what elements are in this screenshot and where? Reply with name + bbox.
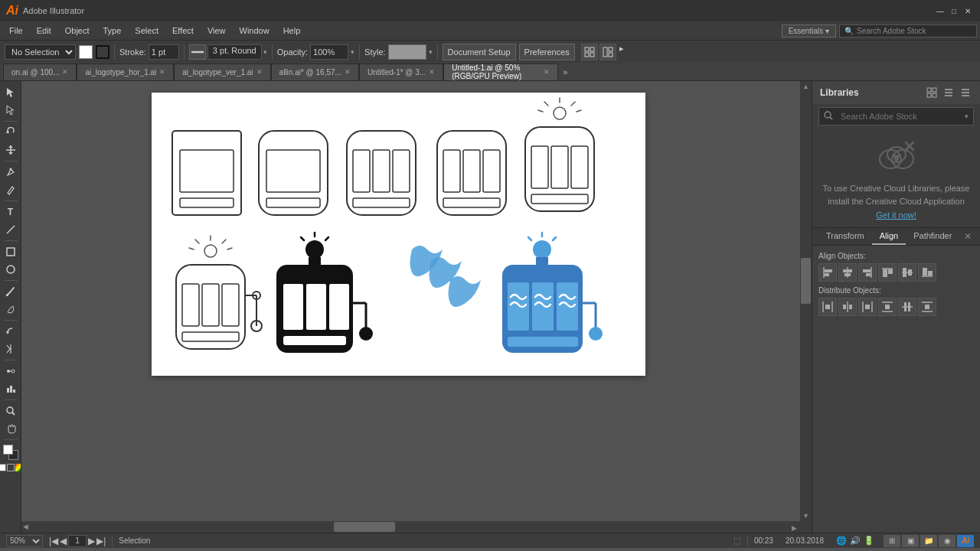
- taskbar-windows[interactable]: ⊞: [884, 535, 900, 547]
- spectrum-icon[interactable]: [15, 464, 22, 471]
- essentials-dropdown[interactable]: Essentials ▾: [782, 24, 836, 37]
- close-button[interactable]: ✕: [962, 5, 974, 17]
- menu-select[interactable]: Select: [129, 24, 165, 37]
- color-fill-icon[interactable]: [0, 464, 6, 471]
- panel-arrow-icon[interactable]: ▸: [618, 44, 626, 60]
- type-tool[interactable]: T: [2, 204, 19, 220]
- horizontal-scroll-thumb[interactable]: [334, 522, 395, 532]
- minimize-button[interactable]: —: [934, 5, 946, 17]
- pen-tool[interactable]: [2, 164, 19, 181]
- distribute-right-button[interactable]: [858, 298, 877, 316]
- pencil-tool[interactable]: [2, 181, 19, 198]
- libraries-menu-icon[interactable]: [959, 86, 972, 99]
- selection-tool[interactable]: [2, 84, 19, 101]
- page-next-button[interactable]: ▶: [88, 536, 95, 546]
- tab-overflow-button[interactable]: »: [558, 66, 572, 78]
- menu-type[interactable]: Type: [97, 24, 128, 37]
- distribute-bottom-button[interactable]: [918, 298, 936, 316]
- ellipse-tool[interactable]: [2, 261, 19, 278]
- lib-search-input[interactable]: [836, 109, 962, 123]
- document-setup-button[interactable]: Document Setup: [443, 44, 516, 60]
- menu-effect[interactable]: Effect: [166, 24, 200, 37]
- scroll-left-arrow[interactable]: ◀: [21, 521, 30, 532]
- tab-on-ai[interactable]: on.ai @ 100... ✕: [3, 64, 77, 80]
- list-view-icon[interactable]: [942, 86, 956, 99]
- scroll-right-arrow[interactable]: ▶: [789, 521, 800, 533]
- distribute-center-h-button[interactable]: [838, 298, 857, 316]
- tab-close-icon[interactable]: ✕: [544, 68, 550, 76]
- tab-close-icon[interactable]: ✕: [345, 68, 351, 76]
- panel-close-icon[interactable]: ✕: [959, 228, 976, 245]
- taskbar-explorer[interactable]: 📁: [920, 535, 937, 547]
- menu-edit[interactable]: Edit: [31, 24, 57, 37]
- menu-view[interactable]: View: [201, 24, 232, 37]
- stroke-value-input[interactable]: [149, 44, 179, 60]
- taskbar-chrome[interactable]: ◉: [939, 535, 956, 547]
- preferences-button[interactable]: Preferences: [519, 44, 575, 60]
- rotate-tool[interactable]: [2, 124, 19, 141]
- tab-pathfinder[interactable]: Pathfinder: [906, 228, 959, 245]
- align-middle-v-button[interactable]: [898, 263, 916, 282]
- tab-transform[interactable]: Transform: [818, 228, 872, 245]
- page-last-button[interactable]: ▶|: [96, 536, 106, 546]
- maximize-button[interactable]: □: [948, 5, 960, 17]
- tab-close-icon[interactable]: ✕: [256, 68, 263, 76]
- zoom-tool[interactable]: [2, 403, 19, 419]
- page-prev-button[interactable]: ◀: [60, 536, 67, 546]
- hand-tool[interactable]: [2, 420, 19, 437]
- distribute-middle-v-button[interactable]: [898, 298, 916, 316]
- tab-logotype-hor[interactable]: ai_logotype_hor_1.ai ✕: [77, 64, 174, 80]
- scroll-up-arrow[interactable]: ▲: [800, 81, 812, 92]
- rotate-tool-2[interactable]: [2, 323, 19, 340]
- tab-logotype-ver[interactable]: ai_logotype_ver_1.ai ✕: [174, 64, 270, 80]
- stroke-round-display[interactable]: 3 pt. Round: [207, 44, 262, 60]
- lib-search-dropdown[interactable]: ▾: [965, 112, 969, 120]
- tab-untitled-1[interactable]: Untitled-1* @ 3... ✕: [359, 64, 443, 80]
- get-it-now-link[interactable]: Get it now!: [876, 210, 916, 220]
- align-right-button[interactable]: [858, 263, 877, 282]
- menu-object[interactable]: Object: [59, 24, 96, 37]
- zoom-selector[interactable]: 50% 100%: [6, 535, 43, 547]
- align-top-button[interactable]: [878, 263, 897, 282]
- column-graph-tool[interactable]: [2, 380, 19, 397]
- selection-dropdown[interactable]: No Selection: [5, 44, 76, 60]
- blob-brush-tool[interactable]: [2, 301, 19, 318]
- brush-tool[interactable]: [2, 283, 19, 300]
- align-center-h-button[interactable]: [838, 263, 857, 282]
- tab-align[interactable]: Align: [872, 228, 906, 245]
- align-left-button[interactable]: [818, 263, 837, 282]
- align-bottom-button[interactable]: [918, 263, 936, 282]
- window-controls[interactable]: — □ ✕: [934, 5, 974, 17]
- foreground-color[interactable]: [3, 445, 13, 455]
- tab-close-icon[interactable]: ✕: [62, 68, 68, 76]
- style-dropdown-arrow[interactable]: ▾: [429, 48, 433, 56]
- grid-view-icon[interactable]: [925, 86, 939, 99]
- stroke-style-icon[interactable]: [189, 44, 206, 60]
- tab-allin[interactable]: allin.ai* @ 16,57... ✕: [271, 64, 359, 80]
- gradient-icon[interactable]: [7, 464, 15, 471]
- reflect-tool[interactable]: [2, 341, 19, 357]
- opacity-dropdown-arrow[interactable]: ▾: [351, 48, 354, 56]
- artboard-icon[interactable]: ⬚: [733, 536, 741, 546]
- distribute-top-button[interactable]: [878, 298, 897, 316]
- opacity-input[interactable]: [310, 44, 348, 60]
- rectangle-tool[interactable]: [2, 243, 19, 260]
- style-color-box[interactable]: [388, 44, 426, 60]
- stroke-swatch[interactable]: [96, 45, 109, 59]
- distribute-left-button[interactable]: [818, 298, 837, 316]
- horizontal-scrollbar[interactable]: ◀ ▶: [21, 521, 800, 533]
- taskbar-illustrator[interactable]: Ai: [957, 535, 974, 547]
- layout-icon[interactable]: [599, 44, 616, 60]
- menu-window[interactable]: Window: [234, 24, 276, 37]
- tab-close-icon[interactable]: ✕: [159, 68, 165, 76]
- tab-untitled-1-ai[interactable]: Untitled-1.ai @ 50% (RGB/GPU Preview) ✕: [443, 64, 558, 80]
- menu-help[interactable]: Help: [277, 24, 307, 37]
- stroke-dropdown-arrow[interactable]: ▾: [263, 48, 267, 56]
- scroll-down-arrow[interactable]: ▼: [800, 510, 812, 521]
- page-number-input[interactable]: [68, 535, 87, 547]
- vertical-scrollbar[interactable]: ▲ ▼: [800, 81, 812, 521]
- taskbar-apps[interactable]: ▣: [902, 535, 919, 547]
- menu-file[interactable]: File: [3, 24, 29, 37]
- page-first-button[interactable]: |◀: [49, 536, 58, 546]
- direct-selection-tool[interactable]: [2, 102, 19, 119]
